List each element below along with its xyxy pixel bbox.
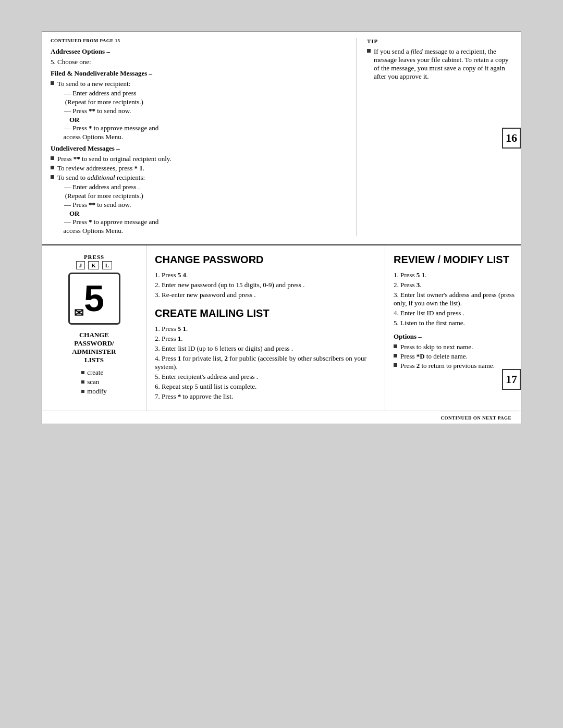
review-modify-heading: REVIEW / MODIFY LIST xyxy=(394,254,515,266)
bullet-icon xyxy=(367,49,371,53)
password-text: PASSWORD/ xyxy=(74,339,114,347)
filed-title: Filed & Nondeliverable Messages – xyxy=(51,69,346,78)
list-item: 4. Enter list ID and press . xyxy=(394,309,515,317)
list-item: To send to additional recipients: xyxy=(51,174,346,182)
list-item: — Press ** to send now. xyxy=(60,107,346,115)
addressee-options-title: Addressee Options – xyxy=(51,47,346,56)
change-label: CHANGE PASSWORD/ ADMINISTER LISTS xyxy=(72,331,116,364)
undelivered-title: Undelivered Messages – xyxy=(51,144,346,153)
feature-scan: scan xyxy=(87,378,99,386)
or-label: OR xyxy=(69,209,346,218)
filed-bullet-1: To send to a new recipient: xyxy=(57,80,130,88)
key-row: J K L xyxy=(76,261,112,269)
undelivered-sub-list: — Enter address and press . (Repeat for … xyxy=(60,183,346,235)
list-item: 1. Press 5 1. xyxy=(155,325,376,333)
create-mailing-heading: CREATE MAILING LIST xyxy=(155,307,376,319)
option-2: Press *D to delete name. xyxy=(400,352,468,361)
step-3: 3. Re-enter new password and press . xyxy=(155,291,256,299)
list-item: — Press * to approve message and xyxy=(60,218,346,226)
change-password-heading: CHANGE PASSWORD xyxy=(155,254,376,266)
list-item: scan xyxy=(81,378,107,386)
option-3: Press 2 to return to previous name. xyxy=(400,362,495,370)
continued-from: CONTINUED FROM PAGE 15 xyxy=(51,38,346,43)
tip-text: If you send a filed message to a recipie… xyxy=(374,47,512,81)
list-item: 5. Listen to the first name. xyxy=(394,319,515,327)
list-item: 2. Enter new password (up to 15 digits, … xyxy=(155,281,376,289)
list-item: access Options Menu. xyxy=(60,133,346,141)
step-1: 1. Press 5 4. xyxy=(155,271,188,279)
list-item: create xyxy=(81,368,107,377)
or-label: OR xyxy=(69,116,346,124)
change-password-steps: 1. Press 5 4. 2. Enter new password (up … xyxy=(155,271,376,299)
bullet-icon xyxy=(81,390,84,393)
tip-content: If you send a filed message to a recipie… xyxy=(367,47,512,81)
bullet-icon xyxy=(81,380,84,384)
list-item: Press ** to send to original recipient o… xyxy=(51,155,346,163)
envelope-icon: ✉ xyxy=(74,306,83,320)
undelivered-bullet-3: To send to additional recipients: xyxy=(57,174,145,182)
review-modify-steps: 1. Press 5 1. 2. Press 3. 3. Enter list … xyxy=(394,271,515,327)
bullet-icon xyxy=(394,363,397,367)
list-item: 2. Press 1. xyxy=(155,335,376,343)
bullet-icon xyxy=(394,354,397,357)
key-l: L xyxy=(102,261,112,269)
top-left-column: CONTINUED FROM PAGE 15 Addressee Options… xyxy=(51,38,356,236)
administer-text: ADMINISTER xyxy=(72,348,116,355)
page-number-17: 17 xyxy=(502,369,521,390)
sidebar-graphic: PRESS J K L 5 ✉ CHANGE PASSWORD/ ADMINIS… xyxy=(42,245,146,411)
list-item: access Options Menu. xyxy=(60,227,346,235)
list-item: To review addressees, press * 1. xyxy=(51,164,346,172)
undelivered-bullet-1: Press ** to send to original recipient o… xyxy=(57,155,172,163)
list-item: — Press ** to send now. xyxy=(60,201,346,209)
key-j: J xyxy=(76,261,85,269)
bullet-icon xyxy=(51,166,54,169)
options-title: Options – xyxy=(394,332,515,341)
list-item: 7. Press * to approve the list. xyxy=(155,392,376,401)
list-item: 3. Re-enter new password and press . xyxy=(155,291,376,299)
top-section: CONTINUED FROM PAGE 15 Addressee Options… xyxy=(42,32,521,245)
list-item: 1. Press 5 4. xyxy=(155,271,376,279)
review-options: Press to skip to next name. Press *D to … xyxy=(394,343,515,370)
list-item: Press to skip to next name. xyxy=(394,343,515,351)
bottom-middle-column: CHANGE PASSWORD 1. Press 5 4. 2. Enter n… xyxy=(146,245,385,411)
bottom-section: PRESS J K L 5 ✉ CHANGE PASSWORD/ ADMINIS… xyxy=(42,245,521,411)
bullet-icon xyxy=(51,156,54,160)
list-item: 6. Repeat step 5 until list is complete. xyxy=(155,382,376,391)
list-item: (Repeat for more recipients.) xyxy=(60,98,346,106)
feature-list: create scan modify xyxy=(81,368,107,397)
bullet-icon xyxy=(51,175,54,179)
page-wrapper: CONTINUED FROM PAGE 15 Addressee Options… xyxy=(42,31,521,424)
footer: CONTINUED ON NEXT PAGE xyxy=(42,411,521,424)
list-item: — Press * to approve message and xyxy=(60,124,346,132)
number-five: 5 xyxy=(84,278,104,319)
step-2: 2. Enter new password (up to 15 digits, … xyxy=(155,281,304,289)
tip-title: TIP xyxy=(367,38,512,44)
list-item: 4. Press 1 for private list, 2 for publi… xyxy=(155,354,376,371)
option-1: Press to skip to next name. xyxy=(400,343,473,351)
continued-next: CONTINUED ON NEXT PAGE xyxy=(441,412,518,424)
change-text: CHANGE xyxy=(79,331,109,339)
bottom-right-column: REVIEW / MODIFY LIST 1. Press 5 1. 2. Pr… xyxy=(385,245,521,411)
number-five-graphic: 5 ✉ xyxy=(68,273,120,325)
list-item: — Enter address and press xyxy=(60,89,346,97)
list-item: 5. Enter recipient's address and press . xyxy=(155,373,376,381)
list-item: Press *D to delete name. xyxy=(394,352,515,361)
press-label: PRESS xyxy=(84,254,104,260)
choose-one-label: 5. Choose one: xyxy=(51,58,346,66)
create-mailing-steps: 1. Press 5 1. 2. Press 1. 3. Enter list … xyxy=(155,325,376,401)
feature-modify: modify xyxy=(87,387,107,396)
list-item: 3. Enter list owner's address and press … xyxy=(394,291,515,307)
bullet-icon xyxy=(51,81,54,85)
list-item: 1. Press 5 1. xyxy=(394,271,515,279)
key-k: K xyxy=(88,261,99,269)
lists-text: LISTS xyxy=(84,356,104,364)
filed-sub-list: — Enter address and press (Repeat for mo… xyxy=(60,89,346,141)
list-item: modify xyxy=(81,387,107,396)
bullet-icon xyxy=(394,344,397,348)
bullet-icon xyxy=(81,371,84,374)
list-item: To send to a new recipient: xyxy=(51,80,346,88)
list-item: — Enter address and press . xyxy=(60,183,346,191)
list-item: 3. Enter list ID (up to 6 letters or dig… xyxy=(155,344,376,353)
top-right-column: TIP If you send a filed message to a rec… xyxy=(356,38,512,236)
list-item: Press 2 to return to previous name. xyxy=(394,362,515,370)
